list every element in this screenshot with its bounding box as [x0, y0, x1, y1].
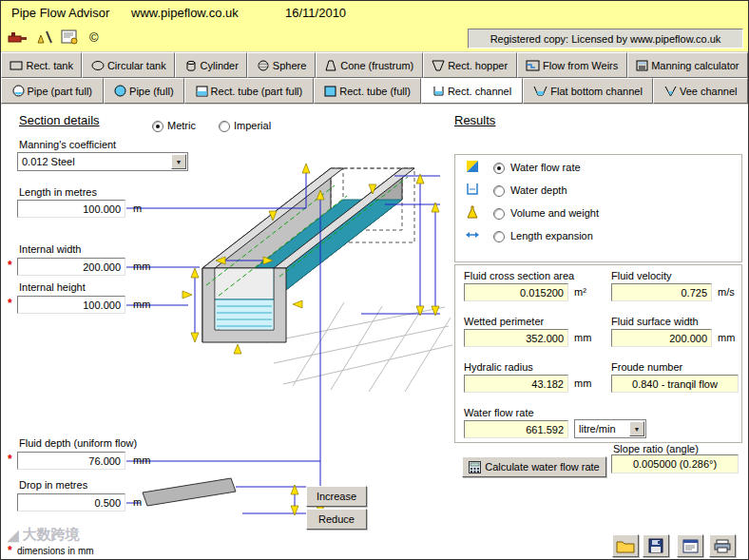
watermark: ◢ 大数跨境: [8, 526, 80, 544]
flat-bottom-channel-icon: [533, 86, 547, 97]
fluid-depth-input[interactable]: 76.000: [17, 452, 125, 470]
dropdown-arrow-icon[interactable]: ▼: [171, 154, 186, 169]
fluid-surface-width-value: 200.000: [611, 329, 712, 347]
calculator-icon: [636, 60, 648, 71]
app-website: www.pipeflow.co.uk: [131, 6, 239, 20]
floppy-disk-icon: [648, 538, 663, 553]
increase-button[interactable]: Increase: [306, 486, 367, 507]
internal-height-input[interactable]: 100.000: [17, 296, 125, 314]
imperial-label: Imperial: [234, 120, 271, 131]
print-button[interactable]: [709, 534, 736, 557]
internal-height-label: Internal height: [19, 281, 86, 293]
volume-weight-option: Volume and weight: [510, 207, 599, 219]
design-tools-icon[interactable]: [36, 29, 55, 45]
tab-row-2: Pipe (part full) Pipe (full) Rect. tube …: [1, 78, 748, 104]
internal-width-label: Internal width: [19, 243, 81, 255]
vee-channel-icon: [664, 86, 677, 97]
tab-label: Rect. hopper: [448, 60, 508, 71]
wetted-perimeter-unit: mm: [574, 332, 591, 343]
fluid-velocity-unit: m/s: [718, 286, 735, 298]
tab-pipe-part-full[interactable]: Pipe (part full): [1, 78, 104, 104]
tab-label: Cone (frustrum): [340, 60, 413, 71]
footnote-star: *: [8, 544, 12, 557]
report-button[interactable]: [677, 534, 703, 557]
tab-label: Rect. channel: [448, 86, 511, 97]
water-flow-rate-radio[interactable]: [493, 163, 505, 174]
required-star: *: [8, 259, 12, 272]
slope-ratio-value: 0.005000 (0.286°): [611, 454, 739, 473]
length-unit: m: [133, 203, 142, 214]
wetted-perimeter-label: Wetted perimeter: [464, 316, 544, 327]
pipe-flow-advisor-window: Pipe Flow Advisor www.pipeflow.co.uk 16/…: [0, 0, 749, 560]
fluid-velocity-label: Fluid velocity: [611, 270, 672, 281]
section-details-heading: Section details: [19, 113, 100, 127]
tab-rect-tube-part-full[interactable]: Rect. tube (part full): [184, 78, 314, 104]
water-flow-rate-value: 661.592: [464, 420, 568, 438]
tab-label: Rect. tube (part full): [211, 86, 303, 97]
save-button[interactable]: [643, 534, 669, 557]
drop-input[interactable]: 0.500: [17, 493, 125, 512]
rect-tube-full-icon: [324, 86, 336, 97]
fluid-depth-label: Fluid depth (uniform flow): [19, 437, 137, 449]
length-label: Length in metres: [19, 186, 97, 198]
tab-label: Pipe (full): [129, 86, 173, 97]
printer-icon: [714, 539, 731, 553]
tab-sphere[interactable]: Sphere: [247, 52, 315, 78]
tab-flow-from-weirs[interactable]: Flow from Weirs: [517, 52, 627, 78]
water-depth-icon: [466, 183, 479, 196]
circular-tank-icon: [91, 60, 105, 71]
froude-number-label: Froude number: [611, 361, 682, 373]
manning-coefficient-select[interactable]: 0.012 Steel ▼: [17, 152, 188, 171]
water-depth-radio[interactable]: [493, 185, 505, 197]
tab-label: Manning calculator: [651, 60, 739, 71]
results-heading: Results: [454, 113, 495, 127]
internal-width-input[interactable]: 200.000: [17, 258, 125, 276]
tab-label: Sphere: [273, 60, 306, 71]
volume-weight-radio[interactable]: [493, 208, 505, 220]
tab-label: Flow from Weirs: [543, 60, 618, 71]
fluid-surface-width-unit: mm: [718, 332, 735, 343]
tab-vee-channel[interactable]: Vee channel: [653, 78, 748, 104]
drop-label: Drop in metres: [19, 479, 87, 491]
open-file-button[interactable]: [612, 534, 639, 557]
fluid-velocity-value: 0.725: [611, 283, 712, 301]
tab-row-1: Rect. tank Circular tank Cylinder Sphere…: [1, 52, 748, 78]
water-depth-option: Water depth: [510, 184, 567, 196]
tab-rect-hopper[interactable]: Rect. hopper: [423, 52, 517, 78]
hydraulic-radius-unit: mm: [574, 377, 591, 389]
tab-circular-tank[interactable]: Circular tank: [82, 52, 175, 78]
length-input[interactable]: 100.000: [17, 200, 125, 218]
flow-unit-value: litre/min: [579, 423, 616, 434]
tab-flat-bottom-channel[interactable]: Flat bottom channel: [523, 78, 654, 104]
tab-cone-frustrum[interactable]: Cone (frustrum): [316, 52, 423, 78]
internal-width-unit: mm: [133, 261, 150, 272]
length-expansion-radio[interactable]: [493, 231, 505, 242]
watermark-text: 大数跨境: [23, 526, 80, 544]
pipe-part-full-icon: [12, 85, 25, 97]
required-star: *: [8, 297, 12, 310]
imperial-radio[interactable]: [219, 121, 230, 132]
calculate-button[interactable]: Calculate water flow rate: [462, 456, 606, 477]
tab-label: Cylinder: [201, 60, 239, 71]
tab-rect-tube-full[interactable]: Rect. tube (full): [314, 78, 422, 104]
slope-ratio-label: Slope ratio (angle): [613, 443, 699, 454]
reduce-button[interactable]: Reduce: [306, 509, 367, 530]
tab-manning-calculator[interactable]: Manning calculator: [627, 52, 748, 78]
water-flow-rate-label: Water flow rate: [464, 407, 534, 418]
app-logo-icon[interactable]: [8, 29, 29, 45]
app-title: Pipe Flow Advisor: [11, 6, 109, 20]
metric-radio[interactable]: [152, 121, 163, 132]
certificate-icon[interactable]: [61, 29, 80, 45]
cross-section-area-unit: m²: [574, 286, 586, 298]
tab-pipe-full[interactable]: Pipe (full): [104, 78, 185, 104]
metric-label: Metric: [167, 120, 196, 131]
tab-rect-tank[interactable]: Rect. tank: [1, 52, 82, 78]
tab-rect-channel[interactable]: Rect. channel: [421, 78, 522, 104]
cylinder-icon: [184, 60, 198, 71]
tab-cylinder[interactable]: Cylinder: [175, 52, 247, 78]
rect-tube-part-full-icon: [196, 86, 208, 97]
fluid-surface-width-label: Fluid surface width: [611, 316, 699, 327]
dimensions-footnote: dimensions in mm: [17, 546, 94, 556]
dropdown-arrow-icon[interactable]: ▼: [629, 421, 644, 436]
flow-unit-select[interactable]: litre/min ▼: [574, 419, 646, 438]
